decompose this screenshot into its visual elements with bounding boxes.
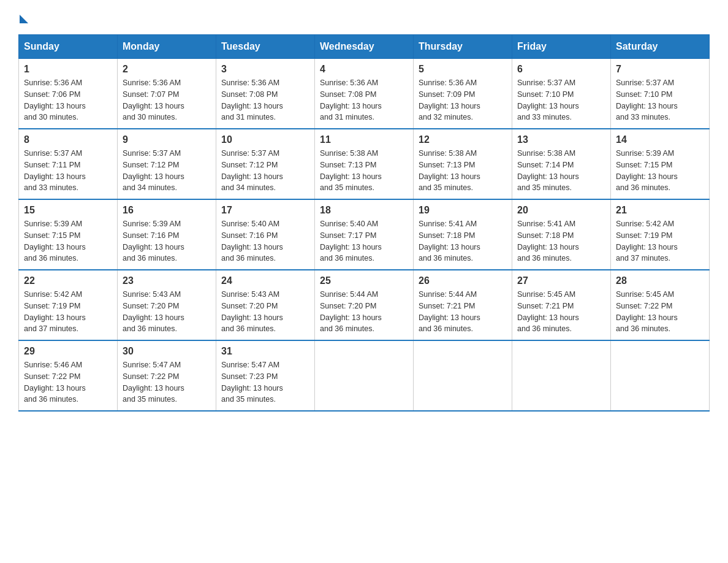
- day-number: 27: [517, 275, 605, 286]
- week-row-1: 1Sunrise: 5:36 AMSunset: 7:06 PMDaylight…: [19, 59, 710, 129]
- day-number: 21: [616, 205, 704, 216]
- calendar-cell: 14Sunrise: 5:39 AMSunset: 7:15 PMDayligh…: [611, 129, 710, 199]
- calendar-cell: 5Sunrise: 5:36 AMSunset: 7:09 PMDaylight…: [414, 59, 512, 129]
- day-info: Sunrise: 5:38 AMSunset: 7:14 PMDaylight:…: [517, 148, 605, 194]
- day-number: 23: [123, 275, 211, 286]
- calendar-cell: 10Sunrise: 5:37 AMSunset: 7:12 PMDayligh…: [216, 129, 315, 199]
- calendar-cell: 8Sunrise: 5:37 AMSunset: 7:11 PMDaylight…: [19, 129, 118, 199]
- day-info: Sunrise: 5:36 AMSunset: 7:07 PMDaylight:…: [123, 77, 211, 123]
- calendar-cell: 7Sunrise: 5:37 AMSunset: 7:10 PMDaylight…: [611, 59, 710, 129]
- day-number: 11: [320, 134, 408, 145]
- day-number: 13: [517, 134, 605, 145]
- day-number: 25: [320, 275, 408, 286]
- day-info: Sunrise: 5:41 AMSunset: 7:18 PMDaylight:…: [419, 218, 507, 264]
- day-info: Sunrise: 5:39 AMSunset: 7:15 PMDaylight:…: [616, 148, 704, 194]
- header-day-thursday: Thursday: [414, 35, 512, 59]
- week-row-4: 22Sunrise: 5:42 AMSunset: 7:19 PMDayligh…: [19, 270, 710, 340]
- day-number: 19: [419, 205, 507, 216]
- day-info: Sunrise: 5:40 AMSunset: 7:16 PMDaylight:…: [221, 218, 309, 264]
- day-number: 28: [616, 275, 704, 286]
- page-header: [18, 12, 710, 22]
- calendar-cell: 20Sunrise: 5:41 AMSunset: 7:18 PMDayligh…: [512, 199, 611, 270]
- calendar-cell: 15Sunrise: 5:39 AMSunset: 7:15 PMDayligh…: [19, 199, 118, 270]
- day-info: Sunrise: 5:36 AMSunset: 7:08 PMDaylight:…: [320, 77, 408, 123]
- day-info: Sunrise: 5:45 AMSunset: 7:21 PMDaylight:…: [517, 289, 605, 335]
- calendar-cell: 17Sunrise: 5:40 AMSunset: 7:16 PMDayligh…: [216, 199, 315, 270]
- day-number: 4: [320, 64, 408, 75]
- day-number: 12: [419, 134, 507, 145]
- header-day-wednesday: Wednesday: [315, 35, 414, 59]
- calendar-cell: [315, 340, 414, 411]
- day-info: Sunrise: 5:36 AMSunset: 7:09 PMDaylight:…: [419, 77, 507, 123]
- calendar-cell: 23Sunrise: 5:43 AMSunset: 7:20 PMDayligh…: [118, 270, 216, 340]
- calendar-cell: 6Sunrise: 5:37 AMSunset: 7:10 PMDaylight…: [512, 59, 611, 129]
- calendar-cell: 12Sunrise: 5:38 AMSunset: 7:13 PMDayligh…: [414, 129, 512, 199]
- day-number: 16: [123, 205, 211, 216]
- day-info: Sunrise: 5:47 AMSunset: 7:22 PMDaylight:…: [123, 359, 211, 405]
- header-day-saturday: Saturday: [611, 35, 710, 59]
- day-number: 7: [616, 64, 704, 75]
- calendar-cell: [611, 340, 710, 411]
- calendar-cell: 21Sunrise: 5:42 AMSunset: 7:19 PMDayligh…: [611, 199, 710, 270]
- day-info: Sunrise: 5:44 AMSunset: 7:20 PMDaylight:…: [320, 289, 408, 335]
- calendar-cell: 25Sunrise: 5:44 AMSunset: 7:20 PMDayligh…: [315, 270, 414, 340]
- day-number: 5: [419, 64, 507, 75]
- day-number: 18: [320, 205, 408, 216]
- day-number: 14: [616, 134, 704, 145]
- week-row-3: 15Sunrise: 5:39 AMSunset: 7:15 PMDayligh…: [19, 199, 710, 270]
- day-number: 30: [123, 346, 211, 357]
- day-number: 29: [24, 346, 112, 357]
- day-info: Sunrise: 5:43 AMSunset: 7:20 PMDaylight:…: [123, 289, 211, 335]
- day-info: Sunrise: 5:42 AMSunset: 7:19 PMDaylight:…: [616, 218, 704, 264]
- day-info: Sunrise: 5:40 AMSunset: 7:17 PMDaylight:…: [320, 218, 408, 264]
- day-info: Sunrise: 5:44 AMSunset: 7:21 PMDaylight:…: [419, 289, 507, 335]
- day-info: Sunrise: 5:38 AMSunset: 7:13 PMDaylight:…: [419, 148, 507, 194]
- day-number: 22: [24, 275, 112, 286]
- day-number: 24: [221, 275, 309, 286]
- header-row: SundayMondayTuesdayWednesdayThursdayFrid…: [19, 35, 710, 59]
- day-number: 15: [24, 205, 112, 216]
- day-number: 1: [24, 64, 112, 75]
- day-number: 6: [517, 64, 605, 75]
- calendar-cell: [512, 340, 611, 411]
- day-number: 20: [517, 205, 605, 216]
- day-info: Sunrise: 5:37 AMSunset: 7:10 PMDaylight:…: [616, 77, 704, 123]
- calendar-cell: 26Sunrise: 5:44 AMSunset: 7:21 PMDayligh…: [414, 270, 512, 340]
- day-number: 2: [123, 64, 211, 75]
- logo: [18, 12, 28, 22]
- calendar-cell: 31Sunrise: 5:47 AMSunset: 7:23 PMDayligh…: [216, 340, 315, 411]
- day-number: 10: [221, 134, 309, 145]
- day-number: 17: [221, 205, 309, 216]
- day-info: Sunrise: 5:47 AMSunset: 7:23 PMDaylight:…: [221, 359, 309, 405]
- day-info: Sunrise: 5:36 AMSunset: 7:08 PMDaylight:…: [221, 77, 309, 123]
- calendar-cell: 29Sunrise: 5:46 AMSunset: 7:22 PMDayligh…: [19, 340, 118, 411]
- calendar-cell: 22Sunrise: 5:42 AMSunset: 7:19 PMDayligh…: [19, 270, 118, 340]
- day-number: 9: [123, 134, 211, 145]
- calendar-cell: 16Sunrise: 5:39 AMSunset: 7:16 PMDayligh…: [118, 199, 216, 270]
- day-info: Sunrise: 5:36 AMSunset: 7:06 PMDaylight:…: [24, 77, 112, 123]
- header-day-sunday: Sunday: [19, 35, 118, 59]
- day-number: 8: [24, 134, 112, 145]
- day-info: Sunrise: 5:43 AMSunset: 7:20 PMDaylight:…: [221, 289, 309, 335]
- day-info: Sunrise: 5:45 AMSunset: 7:22 PMDaylight:…: [616, 289, 704, 335]
- calendar-cell: 9Sunrise: 5:37 AMSunset: 7:12 PMDaylight…: [118, 129, 216, 199]
- calendar-cell: 27Sunrise: 5:45 AMSunset: 7:21 PMDayligh…: [512, 270, 611, 340]
- calendar-cell: 18Sunrise: 5:40 AMSunset: 7:17 PMDayligh…: [315, 199, 414, 270]
- day-number: 31: [221, 346, 309, 357]
- day-info: Sunrise: 5:37 AMSunset: 7:10 PMDaylight:…: [517, 77, 605, 123]
- calendar-cell: 24Sunrise: 5:43 AMSunset: 7:20 PMDayligh…: [216, 270, 315, 340]
- week-row-2: 8Sunrise: 5:37 AMSunset: 7:11 PMDaylight…: [19, 129, 710, 199]
- day-info: Sunrise: 5:37 AMSunset: 7:12 PMDaylight:…: [123, 148, 211, 194]
- logo-triangle-icon: [20, 15, 28, 23]
- calendar-cell: 19Sunrise: 5:41 AMSunset: 7:18 PMDayligh…: [414, 199, 512, 270]
- day-info: Sunrise: 5:41 AMSunset: 7:18 PMDaylight:…: [517, 218, 605, 264]
- calendar-cell: 2Sunrise: 5:36 AMSunset: 7:07 PMDaylight…: [118, 59, 216, 129]
- day-info: Sunrise: 5:39 AMSunset: 7:15 PMDaylight:…: [24, 218, 112, 264]
- calendar-cell: [414, 340, 512, 411]
- calendar-cell: 28Sunrise: 5:45 AMSunset: 7:22 PMDayligh…: [611, 270, 710, 340]
- calendar-cell: 11Sunrise: 5:38 AMSunset: 7:13 PMDayligh…: [315, 129, 414, 199]
- calendar-table: SundayMondayTuesdayWednesdayThursdayFrid…: [18, 34, 710, 412]
- day-info: Sunrise: 5:37 AMSunset: 7:12 PMDaylight:…: [221, 148, 309, 194]
- calendar-cell: 4Sunrise: 5:36 AMSunset: 7:08 PMDaylight…: [315, 59, 414, 129]
- calendar-cell: 30Sunrise: 5:47 AMSunset: 7:22 PMDayligh…: [118, 340, 216, 411]
